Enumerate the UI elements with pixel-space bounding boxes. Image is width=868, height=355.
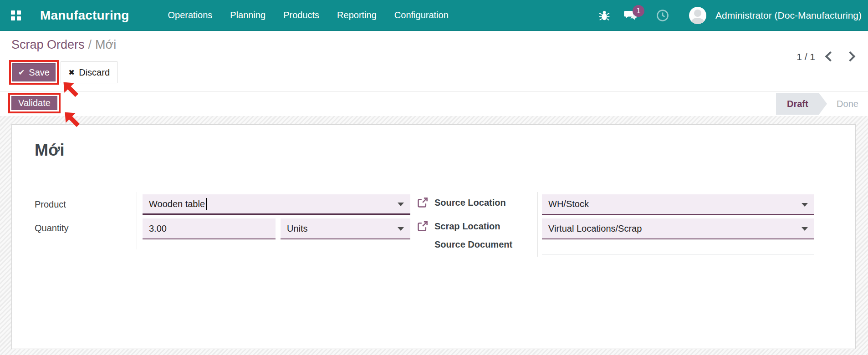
user-menu[interactable]: Administrator (Doc-Manufacturing)	[715, 10, 862, 21]
source-document-label: Source Document	[434, 239, 512, 250]
form-sheet: Mới Product Quantity Wooden table 3.00 U…	[11, 124, 856, 349]
caret-down-icon[interactable]	[802, 203, 808, 207]
discard-button[interactable]: ✖ Discard	[61, 61, 117, 83]
validate-annotation-box: Validate	[8, 93, 61, 113]
quantity-label: Quantity	[35, 223, 68, 233]
caret-down-icon[interactable]	[398, 203, 404, 206]
close-icon: ✖	[68, 69, 75, 76]
navbar-right: 1 Administrator (Doc-Manufacturing)	[597, 7, 863, 24]
caret-down-icon[interactable]	[398, 227, 404, 231]
left-group-separator	[137, 192, 137, 249]
uom-select[interactable]: Units	[281, 218, 410, 239]
record-title: Mới	[35, 141, 65, 160]
source-document-input[interactable]	[542, 238, 814, 254]
menu-reporting[interactable]: Reporting	[337, 10, 377, 20]
validate-button[interactable]: Validate	[11, 96, 57, 110]
save-button[interactable]: ✔ Save	[12, 63, 56, 81]
messages-count-badge: 1	[633, 5, 644, 17]
source-location-select[interactable]: WH/Stock	[542, 194, 814, 215]
product-input[interactable]: Wooden table	[143, 194, 410, 215]
activities-clock-icon[interactable]	[656, 9, 669, 22]
control-panel: Scrap Orders/Mới ✔ Save ✖ Discard 1 / 1	[0, 31, 868, 91]
breadcrumb-separator: /	[88, 38, 92, 51]
menu-operations[interactable]: Operations	[168, 10, 212, 20]
right-group-separator	[537, 192, 538, 257]
avatar[interactable]	[689, 7, 706, 24]
pager-counter: 1 / 1	[797, 51, 815, 62]
top-navbar: Manufacturing Operations Planning Produc…	[0, 0, 868, 31]
breadcrumb-scrap-orders[interactable]: Scrap Orders	[11, 38, 85, 51]
statusbar: Draft Done	[776, 93, 868, 115]
page: Manufacturing Operations Planning Produc…	[0, 0, 868, 355]
app-name[interactable]: Manufacturing	[40, 8, 129, 23]
pager-previous-icon[interactable]	[825, 51, 836, 62]
form-header: Validate Draft Done	[0, 91, 868, 116]
quantity-input[interactable]: 3.00	[143, 218, 276, 239]
breadcrumb: Scrap Orders/Mới	[11, 38, 116, 52]
save-annotation-box: ✔ Save	[9, 60, 59, 85]
caret-down-icon[interactable]	[802, 227, 808, 231]
form-background: Mới Product Quantity Wooden table 3.00 U…	[0, 116, 868, 355]
breadcrumb-current: Mới	[95, 38, 116, 51]
scrap-location-select[interactable]: Virtual Locations/Scrap	[542, 218, 814, 239]
check-icon: ✔	[18, 69, 25, 76]
status-done[interactable]: Done	[827, 93, 868, 115]
status-draft[interactable]: Draft	[776, 93, 827, 115]
menu-products[interactable]: Products	[283, 10, 319, 20]
debug-bug-icon[interactable]	[597, 9, 611, 22]
pager-next-icon[interactable]	[845, 51, 856, 62]
menu-planning[interactable]: Planning	[230, 10, 266, 20]
scrap-location-label: Scrap Location	[434, 221, 500, 232]
apps-menu-icon[interactable]	[11, 10, 21, 20]
source-location-external-link-icon[interactable]	[416, 197, 429, 209]
source-location-label: Source Location	[434, 198, 506, 208]
product-label: Product	[35, 199, 66, 210]
scrap-location-external-link-icon[interactable]	[416, 220, 429, 233]
menu-configuration[interactable]: Configuration	[394, 10, 449, 20]
main-menu: Operations Planning Products Reporting C…	[168, 10, 448, 20]
messages-icon[interactable]: 1	[623, 9, 637, 22]
text-cursor	[206, 198, 207, 210]
